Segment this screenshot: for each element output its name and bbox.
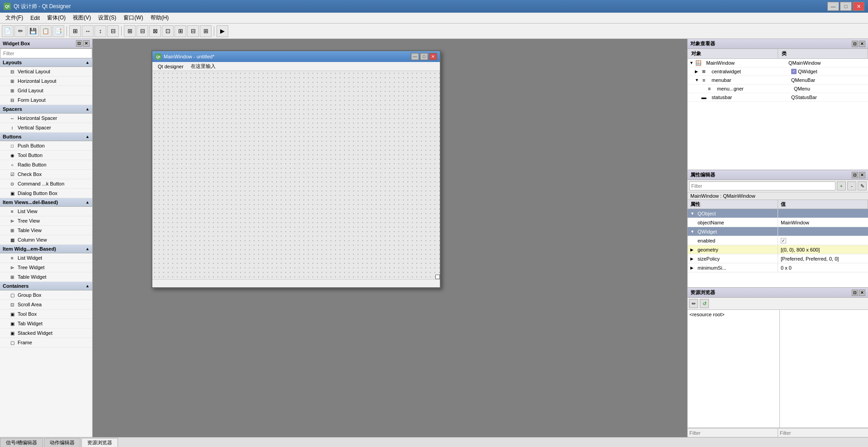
toolbar-connect-mode[interactable]: ↔ (82, 25, 94, 37)
toolbar-paste[interactable]: 📑 (52, 25, 64, 37)
object-inspector-close[interactable]: ✕ (859, 41, 865, 47)
prop-expand-qwidget[interactable]: ▼ (690, 229, 696, 234)
widget-tool-box[interactable]: ▣ Tool Box (0, 309, 92, 319)
prop-row-minimumsize[interactable]: ▶minimumSi... 0 x 0 (688, 263, 868, 272)
category-containers[interactable]: Containers ▲ (0, 282, 92, 290)
tree-row-centralwidget[interactable]: ▶ ⊠ centralwidget ✓ QWidget (688, 67, 868, 76)
maximize-button[interactable]: □ (840, 2, 852, 11)
category-item-views[interactable]: Item Views...del-Based) ▲ (0, 198, 92, 207)
resize-handle[interactable] (435, 275, 440, 279)
close-button[interactable]: ✕ (853, 2, 864, 11)
toolbar-layout-grid[interactable]: ⊠ (149, 25, 161, 37)
designer-minimize-button[interactable]: — (411, 53, 419, 60)
toolbar-layout-break2[interactable]: ⊟ (187, 25, 199, 37)
prop-category-qwidget[interactable]: ▼ QWidget (688, 227, 868, 236)
widget-scroll-area[interactable]: ⊡ Scroll Area (0, 300, 92, 309)
prop-expand-sizepolicy[interactable]: ▶ (690, 257, 696, 261)
category-buttons[interactable]: Buttons ▲ (0, 133, 92, 141)
widget-horizontal-layout[interactable]: ⊞ Horizontal Layout (0, 76, 92, 86)
widget-vertical-layout[interactable]: ⊟ Vertical Layout (0, 67, 92, 76)
enabled-checkbox[interactable]: ✓ (781, 238, 786, 243)
toolbar-buddy-mode[interactable]: ↕ (94, 25, 106, 37)
designer-canvas[interactable] (152, 71, 440, 279)
designer-maximize-button[interactable]: □ (420, 53, 428, 60)
toolbar-adjust[interactable]: ⊞ (200, 25, 212, 37)
prop-expand-geometry[interactable]: ▶ (690, 247, 696, 252)
widget-command-button[interactable]: ⊙ Command ...k Button (0, 179, 92, 189)
widget-table-view[interactable]: ⊞ Table View (0, 226, 92, 235)
resource-edit-btn[interactable]: ✏ (689, 299, 698, 308)
tree-row-menu[interactable]: ≡ menu...gner QMenu (688, 85, 868, 93)
prop-value-geometry[interactable]: [(0, 0), 800 x 600] (778, 245, 868, 254)
toolbar-layout-h[interactable]: ⊞ (124, 25, 136, 37)
widget-box-float[interactable]: ⊡ (76, 40, 82, 47)
resource-root-item[interactable]: <resource root> (689, 312, 725, 317)
toolbar-layout-break[interactable]: ⊞ (175, 25, 186, 37)
menu-view[interactable]: 视图(V) (69, 13, 94, 23)
menu-edit[interactable]: Edit (27, 14, 43, 22)
menu-window[interactable]: 窗口(W) (120, 13, 146, 23)
resource-browser-close[interactable]: ✕ (859, 290, 865, 296)
toolbar-widget-mode[interactable]: ⊞ (69, 25, 81, 37)
toolbar-layout-form[interactable]: ⊡ (162, 25, 174, 37)
prop-value-objectname[interactable]: MainWindow (778, 218, 868, 227)
prop-filter-input[interactable] (689, 181, 835, 190)
widget-frame[interactable]: ▢ Frame (0, 338, 92, 347)
widget-check-box[interactable]: ☑ Check Box (0, 170, 92, 179)
prop-expand-minimumsize[interactable]: ▶ (690, 266, 696, 270)
prop-value-sizepolicy[interactable]: [Preferred, Preferred, 0, 0] (778, 254, 868, 263)
widget-push-button[interactable]: □ Push Button (0, 141, 92, 151)
widget-group-box[interactable]: ▢ Group Box (0, 290, 92, 300)
category-item-widgets[interactable]: Item Widg...em-Based) ▲ (0, 245, 92, 253)
toolbar-layout-v[interactable]: ⊟ (137, 25, 148, 37)
property-editor-close[interactable]: ✕ (859, 172, 865, 178)
prop-value-enabled[interactable]: ✓ (778, 236, 868, 245)
tab-signal-slot[interactable]: 信号/槽编辑器 (0, 438, 43, 447)
resource-filter-input[interactable] (688, 428, 778, 437)
toolbar-copy[interactable]: 📋 (40, 25, 52, 37)
prop-row-geometry[interactable]: ▶geometry [(0, 0), 800 x 600] (688, 245, 868, 254)
widget-column-view[interactable]: ▦ Column View (0, 235, 92, 245)
tree-expand-centralwidget[interactable]: ▶ (695, 69, 700, 74)
designer-menu-qt[interactable]: Qt designer (154, 63, 187, 70)
widget-tool-button[interactable]: ◉ Tool Button (0, 151, 92, 160)
resource-browser-float[interactable]: ⊡ (852, 290, 858, 296)
prop-row-enabled[interactable]: enabled ✓ (688, 236, 868, 245)
prop-add-btn[interactable]: + (837, 181, 846, 190)
prop-remove-btn[interactable]: - (847, 181, 856, 190)
toolbar-save[interactable]: 💾 (27, 25, 39, 37)
prop-value-minimumsize[interactable]: 0 x 0 (778, 263, 868, 272)
menu-settings[interactable]: 设置(S) (94, 13, 120, 23)
category-layouts[interactable]: Layouts ▲ (0, 58, 92, 67)
tree-expand-mainwindow[interactable]: ▼ (689, 61, 695, 65)
tree-row-mainwindow[interactable]: ▼ 🪟 MainWindow QMainWindow (688, 59, 868, 67)
minimize-button[interactable]: — (827, 2, 839, 11)
resource-refresh-btn[interactable]: ↺ (700, 299, 709, 308)
prop-config-btn[interactable]: ✎ (858, 181, 867, 190)
toolbar-tab-mode[interactable]: ⊟ (107, 25, 119, 37)
tab-resource-browser[interactable]: 资源浏览器 (81, 438, 118, 447)
property-editor-float[interactable]: ⊡ (852, 172, 858, 178)
tab-action-editor[interactable]: 动作编辑器 (44, 438, 80, 447)
object-inspector-float[interactable]: ⊡ (852, 41, 858, 47)
toolbar-preview[interactable]: ▶ (217, 25, 228, 37)
tree-row-statusbar[interactable]: ▬ statusbar QStatusBar (688, 93, 868, 102)
prop-row-sizepolicy[interactable]: ▶sizePolicy [Preferred, Preferred, 0, 0] (688, 254, 868, 263)
menu-window-form[interactable]: 窗体(O) (43, 13, 69, 23)
prop-expand-qobject[interactable]: ▼ (690, 211, 696, 216)
tree-expand-menubar[interactable]: ▼ (695, 78, 700, 82)
prop-category-qobject[interactable]: ▼ QObject (688, 209, 868, 218)
menu-help[interactable]: 帮助(H) (147, 13, 173, 23)
widget-radio-button[interactable]: ○ Radio Button (0, 160, 92, 170)
widget-grid-layout[interactable]: ⊞ Grid Layout (0, 86, 92, 95)
widget-form-layout[interactable]: ⊟ Form Layout (0, 95, 92, 105)
widget-list-widget[interactable]: ≡ List Widget (0, 253, 92, 263)
prop-row-objectname[interactable]: objectName MainWindow (688, 218, 868, 227)
widget-filter-input[interactable] (0, 48, 92, 58)
widget-dialog-button-box[interactable]: ▣ Dialog Button Box (0, 189, 92, 198)
widget-horizontal-spacer[interactable]: ↔ Horizontal Spacer (0, 114, 92, 123)
resource-filter-input-2[interactable] (778, 428, 868, 437)
menu-file[interactable]: 文件(F) (2, 13, 27, 23)
widget-stacked-widget[interactable]: ▣ Stacked Widget (0, 328, 92, 338)
toolbar-edit-pen[interactable]: ✏ (14, 25, 26, 37)
